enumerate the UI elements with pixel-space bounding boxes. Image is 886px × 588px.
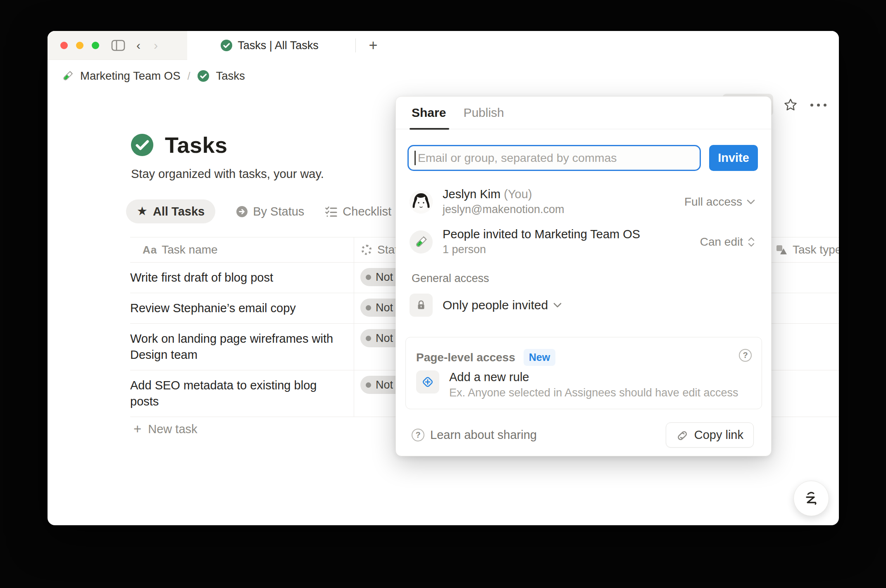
new-task-label: New task <box>148 422 197 436</box>
add-rule-row[interactable]: Add a new rule Ex. Anyone selected in As… <box>416 370 753 399</box>
checklist-icon <box>325 206 338 218</box>
close-window-button[interactable] <box>60 42 68 49</box>
tab-tasks[interactable]: Tasks | All Tasks <box>187 31 352 60</box>
invite-row: Invite <box>407 145 758 171</box>
board-arrow-icon <box>236 206 248 218</box>
shapes-property-icon <box>775 243 788 256</box>
page-title-check-icon <box>130 133 154 157</box>
view-tab-label: Checklist <box>343 205 391 218</box>
share-dialog-footer: ? Learn about sharing Copy link <box>412 422 754 448</box>
copy-link-button[interactable]: Copy link <box>666 422 754 448</box>
tab-publish[interactable]: Publish <box>463 106 504 120</box>
view-tab-label: By Status <box>253 205 304 218</box>
tab-title: Tasks | All Tasks <box>238 39 319 52</box>
page-title: Tasks <box>165 132 228 158</box>
member-email: jeslyn@makenotion.com <box>443 203 564 216</box>
group-name: People invited to Marketing Team OS <box>443 228 640 241</box>
status-dot <box>366 336 371 341</box>
user-avatar <box>410 190 433 213</box>
breadcrumb-page[interactable]: Tasks <box>216 69 245 83</box>
page-check-icon <box>197 70 210 82</box>
add-rule-hint: Ex. Anyone selected in Assignees should … <box>449 386 738 399</box>
text-cursor <box>414 151 416 165</box>
member-row: Jeslyn Kim (You) jeslyn@makenotion.com F… <box>410 187 755 216</box>
task-name-cell[interactable]: Work on landing page wireframes with Des… <box>130 324 354 370</box>
chevron-down-icon <box>746 199 755 205</box>
add-rule-icon <box>416 370 439 394</box>
chevron-up-down-icon <box>747 236 755 248</box>
lock-icon <box>410 294 433 317</box>
minimize-window-button[interactable] <box>76 42 83 49</box>
plus-icon: + <box>133 421 141 437</box>
share-dialog-tabs: Share Publish <box>396 97 771 129</box>
tab-check-icon <box>220 39 233 52</box>
column-header-task-name[interactable]: Aa Task name <box>130 237 354 262</box>
page-level-access-box: Page-level access New ? Add a new rule E… <box>405 337 762 409</box>
new-tab-button[interactable]: + <box>362 35 384 56</box>
workspace-avatar <box>410 230 433 254</box>
status-dot <box>366 382 371 388</box>
breadcrumb: Marketing Team OS / Tasks <box>62 69 245 83</box>
text-property-icon: Aa <box>143 244 157 256</box>
add-rule-title: Add a new rule <box>449 370 738 384</box>
breadcrumb-separator: / <box>187 70 191 82</box>
member-access-dropdown[interactable]: Full access <box>684 195 755 209</box>
test-tube-icon <box>62 70 74 82</box>
column-header-task-type[interactable]: Task type <box>773 237 839 262</box>
task-name-cell[interactable]: Write first draft of blog post <box>130 263 354 293</box>
notion-ai-face-icon <box>801 488 821 508</box>
task-name-cell[interactable]: Review Stephanie’s email copy <box>130 293 354 323</box>
window-controls-area: ‹ › <box>48 31 187 60</box>
view-tab-by-status[interactable]: By Status <box>236 205 304 218</box>
notion-ai-face-button[interactable] <box>793 481 829 516</box>
new-badge: New <box>524 349 555 366</box>
sidebar-toggle-icon[interactable] <box>111 39 126 52</box>
view-tab-label: All Tasks <box>153 205 205 218</box>
view-tabs: ★ All Tasks By Status <box>126 199 391 223</box>
star-icon: ★ <box>137 204 148 218</box>
column-label: Task type <box>793 243 839 256</box>
invite-email-input[interactable] <box>407 145 701 171</box>
link-icon <box>676 429 688 441</box>
breadcrumb-bar: Marketing Team OS / Tasks Share <box>48 60 839 92</box>
learn-about-sharing-link[interactable]: ? Learn about sharing <box>412 428 537 442</box>
group-meta: 1 person <box>443 243 640 256</box>
general-access-dropdown[interactable]: Only people invited <box>443 298 562 312</box>
breadcrumb-workspace[interactable]: Marketing Team OS <box>80 69 181 83</box>
view-tab-all-tasks[interactable]: ★ All Tasks <box>126 199 215 223</box>
help-icon[interactable]: ? <box>739 349 752 362</box>
help-icon: ? <box>412 429 424 441</box>
zoom-window-button[interactable] <box>92 42 99 49</box>
active-tab-underline <box>410 128 449 130</box>
share-dialog: Share Publish Invite <box>395 96 772 456</box>
test-tube-icon <box>414 235 428 249</box>
invite-button[interactable]: Invite <box>709 145 758 171</box>
task-name-cell[interactable]: Add SEO metadata to existing blog posts <box>130 370 354 417</box>
tab-divider <box>355 38 356 52</box>
general-access-row: Only people invited <box>410 294 755 317</box>
general-access-label: General access <box>412 272 489 285</box>
forward-button[interactable]: › <box>154 39 158 52</box>
more-options-button[interactable] <box>808 104 829 107</box>
group-access-dropdown[interactable]: Can edit <box>700 235 755 249</box>
member-name: Jeslyn Kim (You) <box>443 187 564 201</box>
plus-icon: + <box>369 37 377 54</box>
app-window: ‹ › Tasks | All Tasks + <box>48 31 839 525</box>
page-header: Tasks <box>130 132 228 158</box>
member-row: People invited to Marketing Team OS 1 pe… <box>410 228 755 256</box>
view-tab-checklist[interactable]: Checklist <box>325 205 391 218</box>
status-property-icon <box>360 244 373 256</box>
tab-share[interactable]: Share <box>412 106 446 120</box>
status-dot <box>366 275 371 280</box>
chevron-down-icon <box>553 302 562 308</box>
status-dot <box>366 305 371 311</box>
title-bar: ‹ › Tasks | All Tasks + <box>48 31 839 60</box>
back-button[interactable]: ‹ <box>136 39 141 52</box>
column-label: Task name <box>162 243 217 256</box>
member-you-suffix: (You) <box>504 187 532 201</box>
page-subtitle: Stay organized with tasks, your way. <box>131 167 324 181</box>
page-level-access-label: Page-level access <box>416 351 515 364</box>
favorite-star-icon[interactable] <box>783 97 798 112</box>
